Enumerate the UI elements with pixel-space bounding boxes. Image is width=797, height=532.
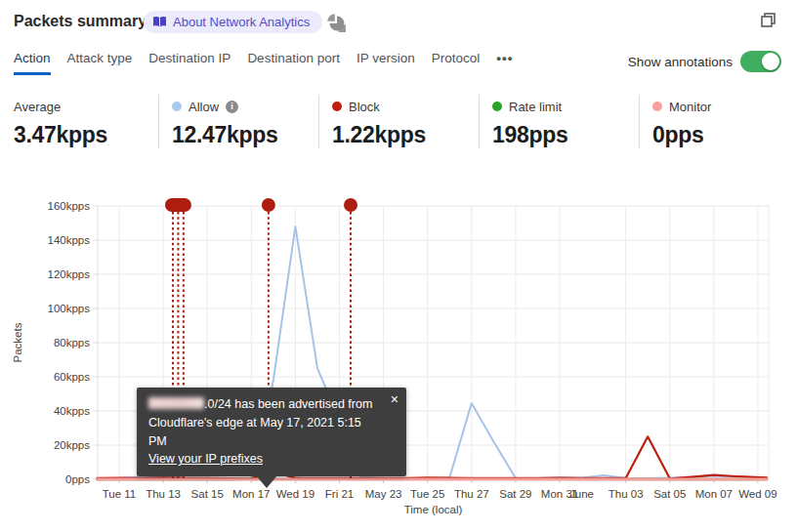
y-tick-label: 60kpps <box>54 371 90 383</box>
y-tick-label: 40kpps <box>54 405 90 417</box>
stat-label: Rate limit <box>509 100 562 114</box>
stat-block: Block1.22kpps <box>318 95 479 148</box>
x-tick-label: June <box>569 488 594 500</box>
y-tick-label: 0pps <box>65 473 90 485</box>
tab-protocol[interactable]: Protocol <box>432 51 481 75</box>
legend-dot-icon <box>652 102 662 111</box>
legend-dot-icon <box>332 102 342 111</box>
tooltip-line1: .0/24 has been advertised from <box>148 395 383 414</box>
y-tick-label: 20kpps <box>54 439 90 451</box>
stat-allow: Allowi12.47kpps <box>158 95 318 148</box>
y-tick-label: 160kpps <box>48 200 91 212</box>
book-icon <box>152 16 167 28</box>
y-tick-label: 140kpps <box>48 234 91 246</box>
x-tick-label: Thu 27 <box>454 488 489 500</box>
tab-destination-port[interactable]: Destination port <box>247 51 340 75</box>
show-annotations-label: Show annotations <box>628 55 733 69</box>
x-tick-label: May 23 <box>365 488 402 500</box>
tabs-more-ellipsis[interactable]: ••• <box>496 51 513 75</box>
tooltip-caret <box>256 475 277 488</box>
x-tick-label: Sat 15 <box>191 488 224 500</box>
x-tick-label: Wed 09 <box>738 488 776 500</box>
annotation-tooltip: × .0/24 has been advertised from Cloudfl… <box>137 388 406 476</box>
info-icon[interactable]: i <box>226 101 238 113</box>
stats-row: Average3.47kppsAllowi12.47kppsBlock1.22k… <box>14 95 797 148</box>
stat-value: 0pps <box>652 122 797 148</box>
tab-action[interactable]: Action <box>14 51 51 75</box>
duplicate-window-icon[interactable] <box>760 12 776 32</box>
x-tick-label: Thu 03 <box>608 488 644 500</box>
page-title: Packets summary <box>14 13 147 30</box>
show-annotations-toggle[interactable] <box>740 51 781 72</box>
x-tick-label: Mon 07 <box>695 488 733 500</box>
y-tick-label: 80kpps <box>54 337 90 348</box>
close-icon[interactable]: × <box>391 389 398 410</box>
x-tick-label: Sat 05 <box>653 488 686 500</box>
stat-label: Monitor <box>669 100 711 114</box>
x-tick-label: Mon 31 <box>541 488 578 500</box>
pie-chart-icon[interactable] <box>326 13 346 36</box>
annotation-marker-dot[interactable] <box>344 198 357 212</box>
legend-dot-icon <box>172 102 182 111</box>
stat-value: 198pps <box>492 122 639 148</box>
stat-label: Allow <box>189 100 219 114</box>
x-tick-label: Sat 29 <box>499 488 531 500</box>
tab-ip-version[interactable]: IP version <box>357 51 415 75</box>
tab-destination-ip[interactable]: Destination IP <box>148 51 231 75</box>
stat-rate-limit: Rate limit198pps <box>479 95 639 148</box>
stat-monitor: Monitor0pps <box>639 95 797 148</box>
stat-label: Average <box>14 100 61 114</box>
y-tick-label: 120kpps <box>48 268 91 280</box>
x-tick-label: Tue 25 <box>410 488 444 500</box>
toggle-knob <box>762 53 779 70</box>
about-badge-label: About Network Analytics <box>173 15 310 29</box>
tab-attack-type[interactable]: Attack type <box>67 51 133 75</box>
redacted-ip-prefix <box>148 397 204 409</box>
view-ip-prefixes-link[interactable]: View your IP prefixes <box>148 452 263 466</box>
stat-label: Block <box>349 100 380 114</box>
x-axis-title: Time (local) <box>404 504 463 515</box>
about-network-analytics-badge[interactable]: About Network Analytics <box>144 11 322 33</box>
network-analytics-panel: Packets summary About Network Analytics … <box>0 0 797 532</box>
y-axis-title: Packets <box>12 322 23 362</box>
x-tick-label: Thu 13 <box>146 488 181 500</box>
stat-value: 1.22kpps <box>332 122 479 148</box>
y-tick-label: 100kpps <box>48 303 91 314</box>
annotation-marker-dot[interactable] <box>262 198 275 212</box>
tooltip-line2: Cloudflare's edge at May 17, 2021 5:15 P… <box>148 414 383 451</box>
stat-value: 12.47kpps <box>172 122 318 148</box>
legend-dot-icon <box>492 102 502 111</box>
x-tick-label: Mon 17 <box>232 488 270 500</box>
x-tick-label: Tue 11 <box>103 488 137 500</box>
x-tick-label: Fri 21 <box>325 488 354 500</box>
stat-value: 3.47kpps <box>14 122 158 148</box>
annotation-marker-pill[interactable] <box>165 198 191 212</box>
tooltip-line1-text: .0/24 has been advertised from <box>204 397 372 411</box>
x-tick-label: Wed 19 <box>276 488 315 500</box>
stat-average: Average3.47kpps <box>14 95 158 148</box>
tabs-row: ActionAttack typeDestination IPDestinati… <box>14 51 513 75</box>
